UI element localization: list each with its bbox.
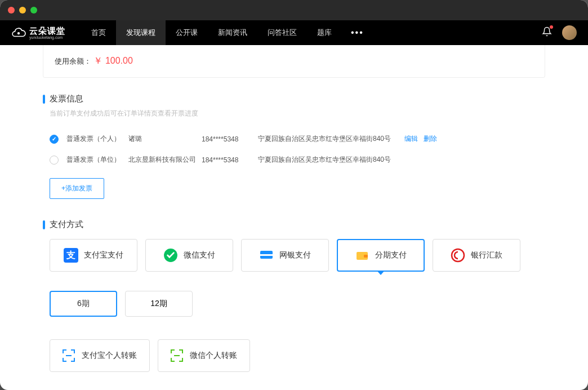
payment-methods: 支支付宝支付微信支付网银支付分期支付银行汇款 <box>50 239 545 272</box>
invoice-type: 普通发票（单位） <box>66 155 128 165</box>
payment-method-label: 银行汇款 <box>471 250 502 260</box>
brand-domain: yunduoketang.com <box>29 36 65 39</box>
nav-item-4[interactable]: 问答社区 <box>257 20 307 45</box>
invoice-address: 宁夏回族自治区吴忠市红寺堡区幸福街840号 <box>258 134 404 144</box>
nav-item-1[interactable]: 发现课程 <box>116 20 166 45</box>
transfer-options: 支付宝个人转账 微信个人转账 <box>50 339 545 372</box>
invoice-type: 普通发票（个人） <box>66 134 128 144</box>
scan-icon <box>63 349 75 362</box>
main-content: 使用余额： ￥ 100.00 发票信息 当前订单支付成功后可在订单详情页查看开票… <box>0 45 588 390</box>
maximize-window-button[interactable] <box>30 7 37 14</box>
invoice-section-title: 发票信息 <box>43 94 545 104</box>
balance-value: ￥ 100.00 <box>93 56 132 65</box>
wechat-icon <box>163 248 178 263</box>
invoice-address: 宁夏回族自治区吴忠市红寺堡区幸福街840号 <box>258 155 404 165</box>
minimize-window-button[interactable] <box>19 7 26 14</box>
add-invoice-button[interactable]: +添加发票 <box>50 178 104 199</box>
invoice-section-desc: 当前订单支付成功后可在订单详情页查看开票进度 <box>50 109 545 118</box>
transfer-label: 支付宝个人转账 <box>82 351 137 361</box>
transfer-option[interactable]: 支付宝个人转账 <box>50 339 150 372</box>
invoice-name: 诸璐 <box>128 134 202 144</box>
nav-item-0[interactable]: 首页 <box>81 20 116 45</box>
wallet-icon <box>355 248 369 263</box>
payment-method-bank[interactable]: 银行汇款 <box>433 239 520 272</box>
invoice-radio[interactable] <box>50 135 59 144</box>
payment-method-wallet[interactable]: 分期支付 <box>337 239 425 272</box>
unionpay-icon <box>259 248 274 263</box>
edit-invoice-link[interactable]: 编辑 <box>404 134 418 144</box>
payment-section-title: 支付方式 <box>43 219 545 230</box>
transfer-option[interactable]: 微信个人转账 <box>158 339 250 372</box>
scan-icon <box>171 349 183 362</box>
cloud-logo-icon <box>11 25 26 40</box>
payment-method-label: 微信支付 <box>184 250 215 260</box>
payment-method-label: 分期支付 <box>375 250 407 260</box>
invoice-phone: 184****5348 <box>202 135 258 143</box>
bank-icon <box>451 248 465 263</box>
nav-item-3[interactable]: 新闻资讯 <box>208 20 257 45</box>
nav-more-button[interactable]: ••• <box>342 28 373 38</box>
svg-rect-3 <box>260 254 273 256</box>
nav-items: 首页发现课程公开课新闻资讯问答社区题库 <box>81 20 342 45</box>
invoice-section: 发票信息 当前订单支付成功后可在订单详情页查看开票进度 普通发票（个人） 诸璐 … <box>43 94 545 199</box>
window-titlebar <box>0 0 588 20</box>
payment-method-alipay[interactable]: 支支付宝支付 <box>50 239 137 272</box>
alipay-icon: 支 <box>64 248 78 263</box>
balance-card: 使用余额： ￥ 100.00 <box>43 45 545 78</box>
app-window: 云朵课堂 yunduoketang.com 首页发现课程公开课新闻资讯问答社区题… <box>0 0 588 390</box>
svg-point-0 <box>17 32 20 34</box>
close-window-button[interactable] <box>8 7 15 14</box>
invoice-name: 北京昱新科技有限公司 <box>128 155 202 165</box>
balance-label: 使用余额： <box>55 57 91 65</box>
brand-logo[interactable]: 云朵课堂 yunduoketang.com <box>11 25 65 40</box>
top-navbar: 云朵课堂 yunduoketang.com 首页发现课程公开课新闻资讯问答社区题… <box>0 20 588 45</box>
payment-method-unionpay[interactable]: 网银支付 <box>241 239 329 272</box>
installment-options: 6期12期 <box>50 291 545 317</box>
payment-method-label: 网银支付 <box>279 250 311 260</box>
user-avatar[interactable] <box>562 25 577 40</box>
delete-invoice-link[interactable]: 删除 <box>424 134 437 144</box>
installment-option[interactable]: 12期 <box>125 291 193 317</box>
installment-option[interactable]: 6期 <box>50 291 117 317</box>
payment-method-wechat[interactable]: 微信支付 <box>145 239 233 272</box>
transfer-label: 微信个人转账 <box>190 351 237 361</box>
nav-item-5[interactable]: 题库 <box>307 20 342 45</box>
notifications-button[interactable] <box>542 26 552 39</box>
invoice-row: 普通发票（单位） 北京昱新科技有限公司 184****5348 宁夏回族自治区吴… <box>43 149 545 170</box>
invoice-radio[interactable] <box>50 156 59 165</box>
payment-method-label: 支付宝支付 <box>84 250 123 260</box>
invoice-phone: 184****5348 <box>202 156 258 164</box>
notification-badge <box>550 25 553 29</box>
svg-point-6 <box>452 249 464 262</box>
svg-rect-5 <box>364 255 368 258</box>
payment-section: 支付方式 支支付宝支付微信支付网银支付分期支付银行汇款 6期12期 支付宝个人转… <box>43 219 545 372</box>
nav-item-2[interactable]: 公开课 <box>166 20 208 45</box>
invoice-row: 普通发票（个人） 诸璐 184****5348 宁夏回族自治区吴忠市红寺堡区幸福… <box>43 128 545 149</box>
